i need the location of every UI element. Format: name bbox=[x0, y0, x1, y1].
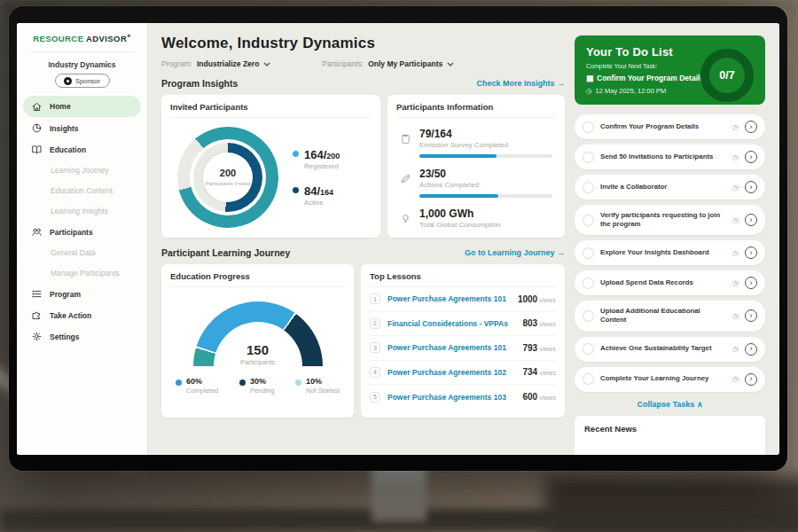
checkbox-icon[interactable] bbox=[583, 215, 594, 226]
checkbox-icon[interactable] bbox=[583, 121, 594, 133]
sidebar-item-education-content[interactable]: Education Content bbox=[17, 181, 147, 200]
sidebar-item-home[interactable]: Home bbox=[23, 96, 141, 117]
chevron-right-icon[interactable]: › bbox=[745, 121, 757, 133]
sidebar-item-education[interactable]: Education bbox=[17, 139, 147, 160]
insights-icon bbox=[31, 122, 43, 134]
lesson-row: 5 Power Purchase Agreements 103 600 view… bbox=[370, 385, 556, 410]
legend-label: Registered bbox=[304, 162, 340, 170]
sidebar-item-learning-journey[interactable]: Learning Journey bbox=[17, 160, 147, 180]
sidebar-item-label: General Data bbox=[51, 248, 96, 257]
checkbox-icon[interactable] bbox=[583, 247, 594, 259]
chevron-right-icon[interactable]: › bbox=[745, 151, 757, 163]
todo-column: Your To Do List Complete Your Next Task:… bbox=[575, 23, 779, 455]
sidebar-item-settings[interactable]: Settings bbox=[17, 326, 147, 347]
clock-icon: ◷ bbox=[586, 87, 592, 95]
progress-bar-fill bbox=[419, 194, 498, 198]
chevron-right-icon[interactable]: › bbox=[745, 246, 757, 259]
chevron-right-icon[interactable]: › bbox=[745, 181, 757, 193]
sidebar-item-program[interactable]: Program bbox=[17, 284, 147, 304]
chevron-right-icon[interactable]: › bbox=[745, 277, 757, 289]
lesson-link[interactable]: Power Purchase Agreements 102 bbox=[387, 368, 515, 377]
todo-next-task: Confirm Your Program Details bbox=[597, 74, 704, 82]
participants-information-card: Participants Information 79/164 Emission… bbox=[387, 95, 565, 238]
sidebar-item-participants[interactable]: Participants bbox=[17, 222, 147, 242]
task-row-send-invitations[interactable]: Send 50 Invitations to Participants ◷ › bbox=[575, 145, 765, 169]
lesson-rank: 1 bbox=[370, 293, 380, 304]
legend-dot bbox=[293, 187, 299, 193]
card-title: Participants Information bbox=[396, 102, 556, 118]
lesson-link[interactable]: Power Purchase Agreements 101 bbox=[387, 294, 511, 303]
legend-completed: 60%Completed bbox=[176, 377, 218, 395]
progress-bar-fill bbox=[419, 154, 497, 158]
chevron-right-icon[interactable]: › bbox=[745, 309, 757, 322]
checkbox-icon[interactable] bbox=[583, 343, 594, 355]
lesson-link[interactable]: Power Purchase Agreements 101 bbox=[387, 343, 515, 352]
logo-resource: RESOURCE bbox=[33, 34, 83, 43]
gauge-label: Participants bbox=[193, 358, 323, 366]
legend-not-started: 10%Not Started bbox=[295, 377, 340, 395]
gauge-value: 150 bbox=[193, 342, 323, 357]
todo-datetime: 12 May 2025, 12:00 PM bbox=[596, 87, 667, 95]
donut-center-value: 200 bbox=[220, 168, 236, 178]
lesson-rank: 3 bbox=[370, 342, 380, 353]
sidebar-item-learning-insights[interactable]: Learning Insights bbox=[17, 201, 147, 221]
chevron-right-icon[interactable]: › bbox=[745, 214, 757, 226]
check-more-insights-link[interactable]: Check More Insights → bbox=[476, 79, 565, 88]
todo-summary-card: Your To Do List Complete Your Next Task:… bbox=[575, 35, 765, 105]
lesson-rank: 4 bbox=[370, 367, 380, 378]
card-title: Invited Participants bbox=[170, 102, 372, 118]
org-name: Industry Dynamics bbox=[17, 60, 147, 69]
lesson-link[interactable]: Power Purchase Agreements 103 bbox=[387, 393, 515, 402]
clock-icon: ◷ bbox=[732, 249, 739, 257]
participants-icon bbox=[31, 226, 43, 238]
legend-label: Active bbox=[304, 199, 333, 207]
stat-label: Emission Survey Completed bbox=[419, 141, 552, 149]
checkbox-icon[interactable] bbox=[583, 310, 594, 322]
checkbox-icon[interactable] bbox=[583, 373, 594, 385]
take-action-icon bbox=[31, 309, 43, 321]
task-row-achieve-target[interactable]: Achieve One Sustainability Target ◷ › bbox=[575, 337, 765, 362]
sidebar-item-label: Insights bbox=[50, 124, 79, 133]
go-to-learning-journey-link[interactable]: Go to Learning Journey → bbox=[465, 248, 565, 257]
dashboard-screen: RESOURCE ADVISOR+ Industry Dynamics Spon… bbox=[17, 23, 779, 455]
sidebar-item-manage-participants[interactable]: Manage Participants bbox=[17, 263, 147, 283]
sidebar-item-take-action[interactable]: Take Action bbox=[17, 305, 147, 325]
legend-active: 84/164 Active bbox=[293, 184, 340, 207]
page-title: Welcome, Industry Dynamics bbox=[161, 35, 565, 52]
checkbox-icon[interactable] bbox=[583, 152, 594, 163]
education-icon bbox=[31, 144, 43, 155]
app-logo: RESOURCE ADVISOR+ bbox=[29, 33, 135, 52]
section-title: Program Insights bbox=[161, 78, 238, 89]
bulb-icon bbox=[400, 213, 411, 224]
sidebar-item-insights[interactable]: Insights bbox=[17, 118, 147, 138]
chevron-right-icon[interactable]: › bbox=[745, 343, 757, 356]
task-row-invite-collaborator[interactable]: Invite a Collaborator ◷ › bbox=[575, 175, 765, 200]
participants-dropdown[interactable]: Participants: Only My Participants bbox=[322, 59, 454, 68]
chevron-down-icon bbox=[263, 62, 270, 66]
participants-filter-value: Only My Participants bbox=[368, 59, 442, 68]
sidebar-item-label: Settings bbox=[50, 332, 80, 341]
sidebar-item-general-data[interactable]: General Data bbox=[17, 243, 147, 262]
task-row-upload-spend-data[interactable]: Upload Spend Data Records ◷ › bbox=[575, 270, 765, 295]
task-row-upload-educational-content[interactable]: Upload Additional Educational Content ◷ … bbox=[575, 301, 765, 331]
legend-dot bbox=[295, 379, 301, 386]
clock-icon: ◷ bbox=[732, 184, 739, 192]
sidebar-item-label: Home bbox=[50, 102, 71, 111]
home-icon bbox=[31, 101, 43, 113]
lesson-link[interactable]: Financial Considerations - VPPAs bbox=[387, 319, 515, 328]
checkbox-icon[interactable] bbox=[583, 182, 594, 193]
checkbox-icon[interactable] bbox=[583, 278, 594, 289]
chevron-right-icon[interactable]: › bbox=[745, 373, 757, 386]
legend-dot bbox=[293, 151, 299, 157]
task-row-explore-insights[interactable]: Explore Your Insights Dashboard ◷ › bbox=[575, 240, 765, 265]
global-consumption-stat: 1,000 GWh Total Global Consumption bbox=[396, 207, 556, 229]
leaf-icon bbox=[400, 173, 411, 184]
program-dropdown[interactable]: Program: Industrialize Zero bbox=[161, 59, 270, 68]
learning-cards-row: Education Progress 150 Participants bbox=[161, 264, 565, 418]
task-row-confirm-program[interactable]: Confirm Your Program Details ◷ › bbox=[575, 114, 765, 139]
task-row-complete-learning-journey[interactable]: Complete Your Learning Journey ◷ › bbox=[575, 367, 765, 392]
legend-dot bbox=[176, 379, 182, 386]
task-row-verify-participants[interactable]: Verify participants requesting to join t… bbox=[575, 205, 765, 235]
settings-icon bbox=[31, 331, 43, 342]
collapse-tasks-link[interactable]: Collapse Tasks ∧ bbox=[575, 400, 765, 409]
